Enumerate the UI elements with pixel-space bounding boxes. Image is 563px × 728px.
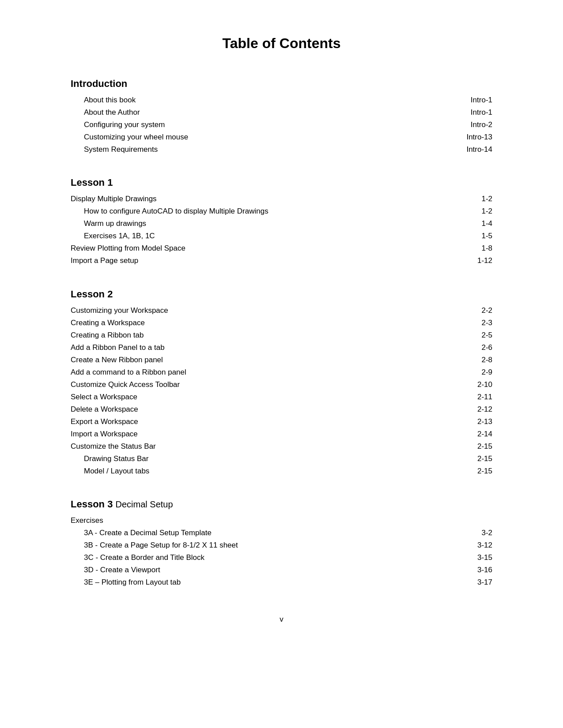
entry-page: 1-5	[457, 230, 492, 242]
entry-page: 1-12	[457, 255, 492, 267]
entry-page: 1-4	[457, 218, 492, 230]
entry-text: 3A - Create a Decimal Setup Template	[84, 527, 457, 539]
toc-entry-lesson1-4: Review Plotting from Model Space1-8	[71, 242, 492, 255]
entry-page: 2-2	[457, 304, 492, 317]
entry-text: Select a Workspace	[71, 391, 457, 403]
toc-entry-lesson2-7: Select a Workspace2-11	[71, 391, 492, 403]
toc-entry-lesson2-11: Customize the Status Bar2-15	[71, 440, 492, 453]
entry-text: Add a command to a Ribbon panel	[71, 366, 457, 379]
entry-page: Intro-14	[457, 143, 492, 156]
toc-entry-introduction-4: System RequirementsIntro-14	[71, 143, 492, 156]
section-heading-lesson2: Lesson 2	[71, 289, 492, 300]
entry-text: Add a Ribbon Panel to a tab	[71, 341, 457, 354]
entry-page: 2-14	[457, 428, 492, 440]
entry-page: 2-9	[457, 366, 492, 379]
entry-page: 2-10	[457, 379, 492, 391]
toc-entry-lesson3-4: 3E – Plotting from Layout tab3-17	[71, 576, 492, 589]
entry-text: Customize Quick Access Toolbar	[71, 379, 457, 391]
entry-text: Review Plotting from Model Space	[71, 242, 457, 255]
entry-text: Create a New Ribbon panel	[71, 354, 457, 366]
entry-text: Customizing your wheel mouse	[84, 131, 457, 143]
page-footer: v	[71, 615, 492, 624]
entry-text: System Requirements	[84, 143, 457, 156]
entry-page: 1-2	[457, 193, 492, 205]
toc-entry-lesson1-5: Import a Page setup1-12	[71, 255, 492, 267]
entry-text: Model / Layout tabs	[84, 465, 457, 477]
heading-suffix: Decimal Setup	[116, 499, 173, 509]
entry-text: How to configure AutoCAD to display Mult…	[84, 205, 457, 218]
toc-entry-lesson2-2: Creating a Ribbon tab2-5	[71, 329, 492, 341]
entry-page: 2-15	[457, 453, 492, 465]
entry-page: 2-13	[457, 416, 492, 428]
entry-page: Intro-13	[457, 131, 492, 143]
page-title: Table of Contents	[71, 35, 492, 52]
entry-text: Display Multiple Drawings	[71, 193, 457, 205]
entry-text: Delete a Workspace	[71, 403, 457, 416]
entry-page: 3-16	[457, 564, 492, 576]
entry-page: Intro-2	[457, 119, 492, 131]
entry-page: 3-12	[457, 539, 492, 552]
toc-entry-lesson2-12: Drawing Status Bar2-15	[71, 453, 492, 465]
entry-text: Import a Workspace	[71, 428, 457, 440]
entry-text: 3D - Create a Viewport	[84, 564, 457, 576]
entry-page: 2-3	[457, 317, 492, 329]
toc-entry-lesson3-1: 3B - Create a Page Setup for 8-1/2 X 11 …	[71, 539, 492, 552]
entry-page: 1-8	[457, 242, 492, 255]
toc-entry-lesson3-3: 3D - Create a Viewport3-16	[71, 564, 492, 576]
entry-page: 2-5	[457, 329, 492, 341]
toc-entry-lesson2-4: Create a New Ribbon panel2-8	[71, 354, 492, 366]
toc-entry-lesson2-9: Export a Workspace2-13	[71, 416, 492, 428]
entry-text: Creating a Ribbon tab	[71, 329, 457, 341]
entry-page: Intro-1	[457, 106, 492, 119]
toc-subheading: Exercises	[71, 514, 492, 527]
toc-entry-introduction-1: About the AuthorIntro-1	[71, 106, 492, 119]
entry-text: Export a Workspace	[71, 416, 457, 428]
toc-entry-lesson2-8: Delete a Workspace2-12	[71, 403, 492, 416]
entry-page: 2-15	[457, 440, 492, 453]
section-heading-introduction: Introduction	[71, 78, 492, 90]
section-lesson1: Lesson 1Display Multiple Drawings1-2How …	[71, 177, 492, 267]
toc-entry-lesson2-5: Add a command to a Ribbon panel2-9	[71, 366, 492, 379]
entry-page: 2-11	[457, 391, 492, 403]
entry-page: 3-2	[457, 527, 492, 539]
toc-entry-lesson3-0: 3A - Create a Decimal Setup Template3-2	[71, 527, 492, 539]
entry-text: About the Author	[84, 106, 457, 119]
entry-text: Drawing Status Bar	[84, 453, 457, 465]
toc-entry-lesson2-1: Creating a Workspace2-3	[71, 317, 492, 329]
toc-entry-lesson3-2: 3C - Create a Border and Title Block3-15	[71, 552, 492, 564]
entry-page: 3-17	[457, 576, 492, 589]
entry-page: 2-6	[457, 341, 492, 354]
section-lesson3: Lesson 3 Decimal SetupExercises3A - Crea…	[71, 499, 492, 589]
toc-entry-lesson2-3: Add a Ribbon Panel to a tab2-6	[71, 341, 492, 354]
entry-text: 3B - Create a Page Setup for 8-1/2 X 11 …	[84, 539, 457, 552]
toc-entry-lesson2-0: Customizing your Workspace2-2	[71, 304, 492, 317]
toc-entry-lesson1-1: How to configure AutoCAD to display Mult…	[71, 205, 492, 218]
entry-text: Configuring your system	[84, 119, 457, 131]
entry-page: 2-15	[457, 465, 492, 477]
section-heading-lesson3: Lesson 3 Decimal Setup	[71, 499, 492, 510]
entry-text: 3C - Create a Border and Title Block	[84, 552, 457, 564]
toc-entry-introduction-0: About this bookIntro-1	[71, 94, 492, 106]
entry-text: Creating a Workspace	[71, 317, 457, 329]
entry-page: Intro-1	[457, 94, 492, 106]
toc-entry-lesson2-10: Import a Workspace2-14	[71, 428, 492, 440]
heading-bold: Lesson 3	[71, 499, 113, 510]
toc-entry-lesson1-3: Exercises 1A, 1B, 1C1-5	[71, 230, 492, 242]
toc-entry-lesson2-13: Model / Layout tabs2-15	[71, 465, 492, 477]
toc-entry-lesson2-6: Customize Quick Access Toolbar2-10	[71, 379, 492, 391]
toc-entry-lesson1-0: Display Multiple Drawings1-2	[71, 193, 492, 205]
section-lesson2: Lesson 2Customizing your Workspace2-2Cre…	[71, 289, 492, 478]
toc-entry-lesson1-2: Warm up drawings1-4	[71, 218, 492, 230]
entry-text: Exercises 1A, 1B, 1C	[84, 230, 457, 242]
entry-text: 3E – Plotting from Layout tab	[84, 576, 457, 589]
entry-text: About this book	[84, 94, 457, 106]
entry-text: Customize the Status Bar	[71, 440, 457, 453]
section-heading-lesson1: Lesson 1	[71, 177, 492, 188]
entry-page: 2-12	[457, 403, 492, 416]
entry-text: Warm up drawings	[84, 218, 457, 230]
toc-entry-introduction-2: Configuring your systemIntro-2	[71, 119, 492, 131]
toc-entry-introduction-3: Customizing your wheel mouseIntro-13	[71, 131, 492, 143]
entry-text: Import a Page setup	[71, 255, 457, 267]
footer-page-number: v	[280, 615, 283, 623]
entry-page: 1-2	[457, 205, 492, 218]
